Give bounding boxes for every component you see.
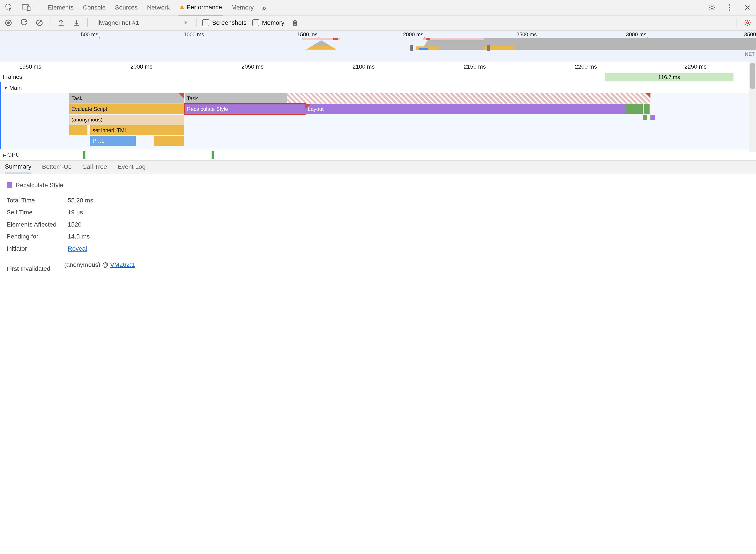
subtab-event-log[interactable]: Event Log: [118, 163, 146, 170]
subtab-summary[interactable]: Summary: [5, 161, 32, 173]
svg-point-5: [711, 6, 713, 8]
stack-source-link[interactable]: VM262:1: [110, 261, 135, 268]
svg-point-7: [729, 7, 730, 8]
task-bar-long[interactable]: Task: [185, 93, 650, 104]
kebab-menu-icon[interactable]: [724, 2, 735, 13]
summary-pane: Recalculate Style Total Time55.20 ms Sel…: [0, 173, 756, 281]
net-overview: NET: [0, 51, 756, 61]
ruler-tick: 3000 ms: [626, 32, 646, 38]
tab-label: Memory: [231, 4, 254, 11]
tab-sources[interactable]: Sources: [114, 0, 139, 15]
toolbar-divider: [196, 18, 197, 27]
frame-duration: 116.7 ms: [658, 74, 680, 80]
gpu-task-bar[interactable]: [212, 151, 214, 159]
main-thread-header[interactable]: ▼ Main: [1, 82, 756, 93]
subtab-label: Event Log: [118, 163, 146, 170]
ruler-tick: 1000 ms: [184, 32, 204, 38]
layout-bar[interactable]: Layout: [306, 104, 626, 114]
bar-label: set innerHTML: [93, 127, 127, 133]
scrollbar-thumb[interactable]: [750, 63, 755, 90]
toolbar-divider: [737, 18, 737, 27]
inspect-element-icon[interactable]: [4, 2, 14, 13]
close-devtools-icon[interactable]: [742, 2, 752, 13]
toolbar-divider: [87, 18, 88, 27]
device-toggle-icon[interactable]: [21, 2, 32, 13]
tab-network[interactable]: Network: [146, 0, 171, 15]
cpu-overview: CPU: [0, 38, 756, 51]
performance-toolbar: jlwagner.net #1 ▼ Screenshots Memory: [0, 15, 756, 31]
micro-bar[interactable]: [650, 115, 655, 120]
record-icon[interactable]: [4, 18, 13, 27]
field-value: 1520: [68, 219, 82, 231]
details-tabstrip: Summary Bottom-Up Call Tree Event Log: [0, 161, 756, 173]
devtools-tabstrip: Elements Console Sources Network Perform…: [0, 0, 756, 15]
bar-label: Layout: [308, 106, 324, 112]
bar-label: (anonymous): [71, 117, 103, 123]
tab-performance[interactable]: Performance: [178, 0, 223, 15]
checkbox-label: Screenshots: [212, 19, 247, 26]
set-innerhtml-bar[interactable]: set innerHTML: [90, 125, 184, 135]
script-bar[interactable]: [154, 136, 184, 146]
reload-icon[interactable]: [19, 18, 29, 27]
bar-label: Task: [71, 95, 82, 102]
stack-fn: (anonymous): [64, 261, 100, 268]
flame-ruler: 1950 ms 2000 ms 2050 ms 2100 ms 2150 ms …: [0, 61, 756, 72]
garbage-collect-icon[interactable]: [290, 18, 300, 27]
svg-rect-2: [27, 6, 30, 11]
parse-html-bar[interactable]: P…L: [90, 136, 136, 146]
paint-bar[interactable]: [644, 104, 650, 114]
gpu-task-bar[interactable]: [83, 151, 86, 159]
ruler-tick: 500 ms: [81, 32, 98, 38]
flame-scrollbar[interactable]: [749, 61, 756, 152]
frame-chip[interactable]: 116.7 ms: [605, 73, 734, 81]
clear-icon[interactable]: [35, 18, 44, 27]
screenshots-checkbox[interactable]: Screenshots: [202, 19, 247, 26]
field-value: 55.20 ms: [68, 195, 93, 207]
task-non-long-portion: [185, 93, 287, 104]
ruler-tick: 2500 ms: [516, 32, 537, 38]
dropdown-caret-icon: ▼: [183, 20, 188, 26]
frames-label: Frames: [3, 73, 22, 80]
gpu-lane[interactable]: ▶GPU: [0, 149, 756, 161]
memory-checkbox[interactable]: Memory: [252, 19, 284, 26]
tab-label: Elements: [48, 4, 74, 11]
ruler-tick: 1950 ms: [19, 63, 41, 70]
long-task-marker: [426, 38, 430, 40]
anonymous-fn-bar[interactable]: (anonymous): [69, 115, 184, 125]
long-task-marker: [333, 38, 338, 40]
capture-settings-gear-icon[interactable]: [743, 18, 752, 27]
settings-gear-icon[interactable]: [707, 2, 717, 13]
tab-label: Sources: [115, 4, 138, 11]
recalculate-style-bar[interactable]: Recalculate Style: [185, 104, 306, 114]
subtab-call-tree[interactable]: Call Tree: [82, 163, 107, 170]
task-bar[interactable]: Task: [69, 93, 184, 104]
main-label: Main: [9, 85, 22, 91]
field-label: Elements Affected: [7, 219, 63, 231]
bar-label: Evaluate Script: [71, 106, 107, 112]
flame-chart[interactable]: Task Task Evaluate Script Recalculate St…: [1, 93, 756, 149]
tab-elements[interactable]: Elements: [47, 0, 74, 15]
ruler-tick: 2150 ms: [464, 63, 486, 70]
paint-bar[interactable]: [626, 104, 643, 114]
field-label: Total Time: [7, 195, 63, 207]
reveal-link[interactable]: Reveal: [68, 243, 87, 255]
ruler-tick: 2100 ms: [353, 63, 375, 70]
tabs-overflow-icon[interactable]: »: [262, 3, 266, 12]
timeline-overview[interactable]: 500 ms 1000 ms 1500 ms 2000 ms 2500 ms 3…: [0, 31, 756, 61]
checkbox-icon: [202, 19, 209, 26]
svg-point-12: [747, 22, 749, 24]
tab-console[interactable]: Console: [82, 0, 107, 15]
subtab-bottom-up[interactable]: Bottom-Up: [42, 163, 72, 170]
field-label: Pending for: [7, 230, 63, 243]
evaluate-script-bar[interactable]: Evaluate Script: [69, 104, 184, 114]
micro-bar[interactable]: [643, 115, 647, 120]
toolbar-divider: [50, 18, 50, 27]
download-profile-icon[interactable]: [72, 18, 82, 27]
subtab-label: Bottom-Up: [42, 163, 72, 170]
frames-lane: Frames 116.7 ms: [0, 72, 756, 82]
recording-selector[interactable]: jlwagner.net #1 ▼: [93, 19, 190, 26]
disclosure-triangle-icon: ▼: [4, 86, 8, 91]
script-bar[interactable]: [69, 125, 88, 135]
tab-memory[interactable]: Memory: [230, 0, 255, 15]
upload-profile-icon[interactable]: [56, 18, 66, 27]
